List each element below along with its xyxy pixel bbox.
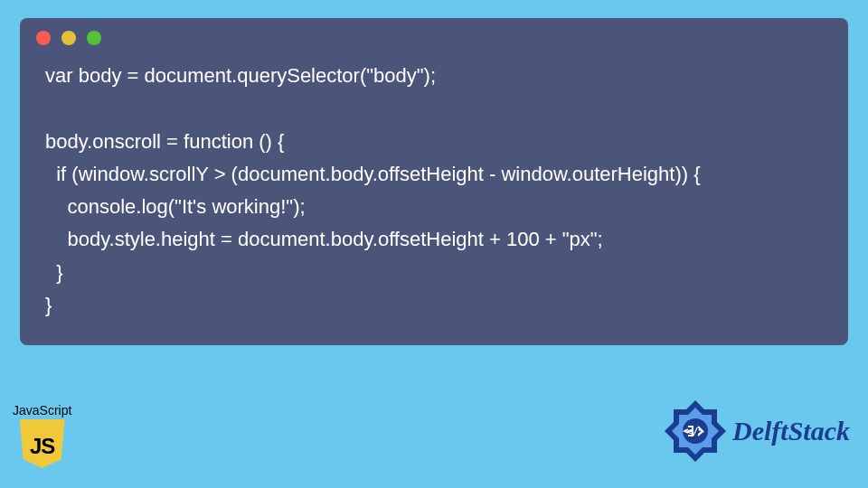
maximize-icon[interactable] — [87, 31, 101, 45]
delftstack-badge: </> DelftStack — [662, 398, 850, 465]
close-icon[interactable] — [36, 31, 51, 45]
javascript-label: JavaScript — [13, 403, 71, 418]
code-window: var body = document.querySelector("body"… — [20, 18, 848, 345]
javascript-shield-text: JS — [30, 434, 54, 459]
javascript-badge: JavaScript JS — [13, 403, 71, 468]
javascript-shield-icon: JS — [20, 419, 65, 468]
code-content: var body = document.querySelector("body"… — [20, 52, 848, 331]
window-controls — [20, 18, 848, 52]
delftstack-logo-icon: </> — [662, 398, 729, 465]
svg-text:</>: </> — [686, 426, 704, 437]
delftstack-text: DelftStack — [732, 416, 850, 446]
minimize-icon[interactable] — [61, 31, 76, 45]
